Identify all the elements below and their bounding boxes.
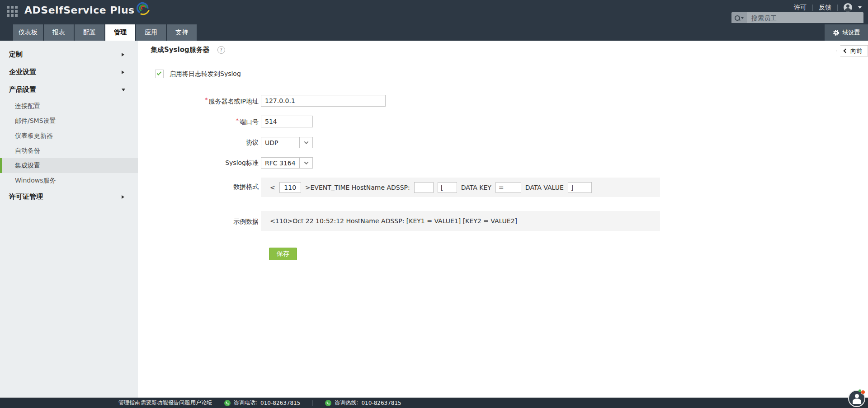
logo-swoosh-icon [137,0,150,16]
data-value-segment: DATA VALUE [525,184,564,191]
employee-search [731,12,863,24]
phone1-number: 010-82637815 [260,400,300,406]
enable-syslog-row: 启用将日志转发到Syslog [155,70,241,78]
sample-data-band: <110>Oct 22 10:52:12 HostName ADSSP: [KE… [261,211,660,231]
nav-tabs: 仪表板 报表 配置 管理 应用 支持 [13,24,197,41]
header-actions: 许可 反馈 [794,3,862,12]
server-input[interactable] [261,95,386,107]
back-button[interactable]: 向前 [836,45,868,56]
syslog-standard-row: Syslog标准 RFC 3164 [138,157,313,169]
sidebar-item-license-management[interactable]: 许可证管理 [0,188,138,206]
select-dropdown-button[interactable] [299,137,312,148]
sample-data-label: 示例数据 [138,218,259,226]
tab-dashboard[interactable]: 仪表板 [13,24,43,41]
priority-input[interactable] [279,182,301,193]
sidebar-item-label: 许可证管理 [9,192,43,201]
sidebar-item-label: 企业设置 [9,68,36,76]
app-logo-text: ADSelfService Plus [24,5,135,16]
server-row: *服务器名或IP地址 [138,95,386,107]
sidebar-item-label: 仪表板更新器 [15,132,53,140]
chevron-right-icon [122,70,124,74]
sidebar-item-dashboard-updater[interactable]: 仪表板更新器 [0,128,138,143]
content-area: 集成Syslog服务器 ? 向前 启用将日志转发到Syslog *服务器名或IP… [138,41,868,398]
user-menu-caret-icon[interactable] [858,6,862,9]
server-label: *服务器名或IP地址 [138,96,259,106]
sidebar-item-product-settings[interactable]: 产品设置 [0,81,138,98]
footer-links: 管理指南 需要新功能 报告问题 用户论坛 [118,399,212,407]
sidebar-item-windows-service[interactable]: Windows服务 [0,173,138,188]
footer-link-request-feature[interactable]: 需要新功能 [141,399,168,407]
search-scope-caret-icon [741,17,744,19]
live-chat-button[interactable] [848,390,865,407]
data-key-segment: DATA KEY [461,184,491,191]
phone2-label: 咨询热线: [335,399,358,407]
tab-support[interactable]: 支持 [167,24,197,41]
tab-reports[interactable]: 报表 [44,24,74,41]
app-logo: ADSelfService Plus [24,4,150,16]
open-bracket-input[interactable] [438,182,457,193]
phone-icon [224,400,231,406]
sidebar-item-mail-sms[interactable]: 邮件/SMS设置 [0,113,138,128]
port-input[interactable] [261,116,313,127]
sidebar-item-label: 产品设置 [9,85,36,94]
sidebar-item-label: 集成设置 [15,162,40,170]
footer-link-admin-guide[interactable]: 管理指南 [118,399,140,407]
app-header: ADSelfService Plus 许可 反馈 [0,0,868,23]
chat-person-icon [853,399,861,404]
format-empty-input[interactable] [414,182,434,193]
footer-link-report-issue[interactable]: 报告问题 [168,399,190,407]
sidebar-item-label: 定制 [9,50,23,59]
domain-settings-button[interactable]: 域设置 [825,24,868,41]
chevron-down-icon [122,89,125,91]
tab-configuration[interactable]: 配置 [75,24,104,41]
required-asterisk: * [205,96,208,103]
syslog-standard-select[interactable]: RFC 3164 [261,157,313,169]
sample-data-value: <110>Oct 22 10:52:12 HostName ADSSP: [KE… [270,217,517,225]
sidebar-item-auto-backup[interactable]: 自动备份 [0,143,138,158]
event-time-segment: >EVENT_TIME HostName ADSSP: [305,184,410,191]
back-button-label: 向前 [850,47,862,55]
lt-symbol: < [270,184,275,191]
page-title: 集成Syslog服务器 [151,46,210,54]
feedback-link[interactable]: 反馈 [819,4,831,12]
search-scope-button[interactable] [731,12,747,24]
equals-input[interactable] [495,182,521,193]
domain-settings-label: 域设置 [842,28,860,37]
enable-syslog-checkbox[interactable] [155,70,164,78]
tab-application[interactable]: 应用 [136,24,166,41]
sidebar-item-label: Windows服务 [15,177,56,185]
chevron-down-icon [304,140,308,144]
help-icon[interactable]: ? [217,46,225,54]
close-bracket-input[interactable] [568,182,592,193]
protocol-select[interactable]: UDP [261,137,313,148]
protocol-row: 协议 UDP [138,137,313,148]
phone-icon [325,400,331,406]
user-avatar[interactable] [844,3,852,12]
data-format-band: < >EVENT_TIME HostName ADSSP: DATA KEY D… [261,178,660,197]
footer-divider [312,400,313,406]
license-link[interactable]: 许可 [794,4,807,12]
save-button[interactable]: 保存 [269,248,297,260]
page-head: 集成Syslog服务器 ? [151,41,858,59]
port-label: *端口号 [138,117,259,127]
sidebar-item-customize[interactable]: 定制 [0,46,138,63]
app-footer: 管理指南 需要新功能 报告问题 用户论坛 咨询电话: 010-82637815 … [0,398,868,408]
select-dropdown-button[interactable] [299,158,312,168]
footer-link-user-forum[interactable]: 用户论坛 [190,399,212,407]
sidebar-item-integration-settings[interactable]: 集成设置 [0,158,138,173]
chevron-down-icon [304,160,308,164]
gear-icon [833,29,840,36]
sidebar-item-connection[interactable]: 连接配置 [0,98,138,113]
apps-grid-icon[interactable] [7,6,18,17]
search-input[interactable] [747,12,863,24]
sidebar-item-enterprise-settings[interactable]: 企业设置 [0,63,138,81]
data-format-label: 数据格式 [138,183,259,191]
protocol-selected-value: UDP [261,137,299,148]
chevron-right-icon [122,195,124,199]
syslog-standard-selected-value: RFC 3164 [261,158,299,168]
tab-admin[interactable]: 管理 [105,24,135,41]
required-asterisk: * [236,117,239,124]
checkmark-icon [157,70,162,75]
phone-contact-2: 咨询热线: 010-82637815 [325,399,401,407]
main-nav: 仪表板 报表 配置 管理 应用 支持 域设置 [0,23,868,41]
